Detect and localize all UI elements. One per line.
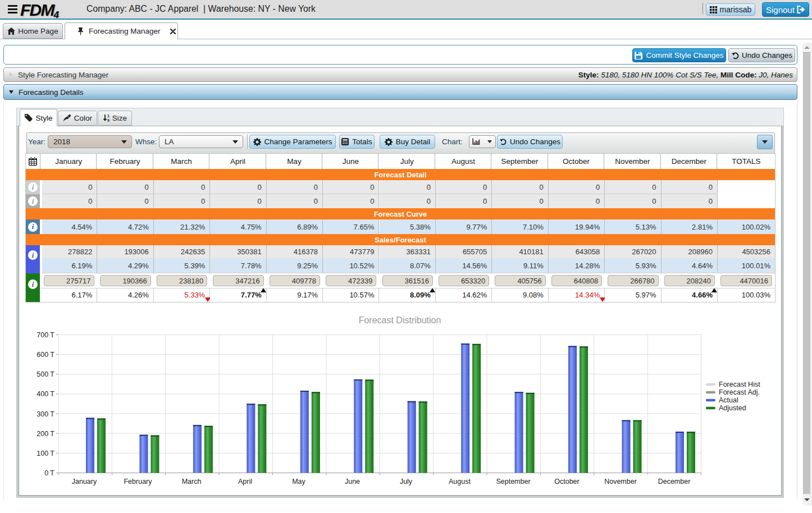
svg-text:100 T: 100 T (37, 450, 54, 457)
svg-text:Forecast Distribution: Forecast Distribution (359, 315, 441, 325)
svg-text:500 T: 500 T (37, 370, 54, 378)
svg-text:November: November (604, 478, 637, 485)
svg-text:Forecast Hist: Forecast Hist (719, 381, 760, 388)
svg-text:700 T: 700 T (37, 331, 54, 339)
svg-text:400 T: 400 T (37, 390, 54, 398)
svg-text:September: September (496, 478, 530, 485)
svg-text:August: August (449, 478, 471, 485)
svg-text:March: March (182, 478, 202, 485)
svg-text:October: October (554, 478, 579, 485)
svg-text:December: December (658, 478, 691, 485)
svg-text:Adjusted: Adjusted (719, 404, 746, 412)
svg-text:January: January (72, 478, 97, 485)
svg-text:1: 1 (107, 114, 110, 118)
svg-text:600 T: 600 T (37, 351, 54, 359)
svg-text:May: May (292, 478, 305, 485)
svg-text:9: 9 (107, 118, 110, 122)
svg-text:200 T: 200 T (37, 430, 54, 438)
svg-text:February: February (124, 478, 152, 485)
svg-text:June: June (345, 478, 360, 485)
svg-text:0 T: 0 T (44, 469, 54, 477)
svg-text:July: July (400, 478, 413, 485)
svg-text:300 T: 300 T (37, 410, 54, 418)
svg-text:April: April (238, 478, 252, 485)
svg-text:Actual: Actual (719, 396, 738, 404)
svg-text:Forecast Adj.: Forecast Adj. (719, 388, 760, 396)
